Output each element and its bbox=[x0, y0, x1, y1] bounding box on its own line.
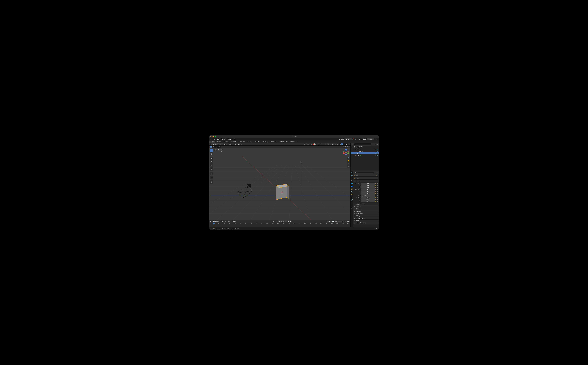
nav-camera-icon[interactable]: 🎥 bbox=[347, 162, 350, 165]
panel-instancing-header[interactable]: ▸Instancing bbox=[353, 210, 379, 212]
mode-selector[interactable]: ▣ Object Mode ▾ bbox=[212, 143, 223, 145]
vp-menu-object[interactable]: Object bbox=[238, 143, 243, 145]
select-intersect-icon[interactable]: ⊡ bbox=[216, 146, 218, 147]
nav-pan-icon[interactable]: ✋ bbox=[347, 160, 350, 162]
prop-tab-viewlayer[interactable]: 🖼 bbox=[350, 180, 353, 182]
prop-tab-render[interactable]: 📺 bbox=[350, 174, 353, 177]
editor-type-icon[interactable]: ⊞▾ bbox=[210, 143, 212, 145]
jump-start-icon[interactable]: ⏮ bbox=[278, 220, 280, 222]
scale-y-input[interactable]: 1.000 bbox=[361, 198, 375, 200]
maximize-window-button[interactable] bbox=[215, 136, 216, 137]
auto-keyframe-icon[interactable]: ● bbox=[272, 220, 274, 223]
tab-scripting[interactable]: Scripting bbox=[289, 141, 296, 143]
scene-browse-icon[interactable]: ☰ bbox=[339, 138, 341, 140]
properties-search-input[interactable] bbox=[356, 172, 374, 173]
playhead-handle[interactable]: 1 bbox=[213, 223, 215, 224]
tab-uv-editing[interactable]: UV Editing bbox=[230, 141, 238, 143]
select-subtract-icon[interactable]: ⊟ bbox=[214, 146, 216, 147]
current-frame-input[interactable] bbox=[327, 221, 332, 222]
scene-name-input[interactable] bbox=[345, 138, 352, 140]
play-reverse-icon[interactable]: ◀ bbox=[283, 220, 285, 222]
disable-render-icon[interactable]: 📷 bbox=[377, 155, 378, 156]
tl-menu-keying[interactable]: Keying ▾ bbox=[220, 221, 226, 222]
animate-icon[interactable]: • bbox=[377, 183, 378, 184]
overlays-options-icon[interactable]: ▾ bbox=[334, 143, 336, 145]
exclude-checkbox-icon[interactable]: ☑ bbox=[374, 148, 375, 150]
tab-modeling[interactable]: Modeling bbox=[215, 141, 222, 143]
prev-keyframe-icon[interactable]: ◂◂ bbox=[280, 220, 283, 222]
shading-solid-icon[interactable]: ● bbox=[341, 143, 343, 145]
pivot-icon[interactable]: ⊙▾ bbox=[310, 143, 313, 145]
play-icon[interactable]: ▶ bbox=[285, 220, 287, 222]
disable-render-icon[interactable]: 📷 bbox=[377, 148, 378, 150]
next-keyframe-icon[interactable]: ▸▸ bbox=[287, 220, 289, 222]
shading-material-icon[interactable]: ◐ bbox=[343, 143, 345, 145]
prop-tab-texture[interactable]: ▨ bbox=[350, 207, 353, 209]
delete-viewlayer-icon[interactable]: ✕ bbox=[376, 138, 378, 140]
properties-type-icon[interactable]: ⚙▾ bbox=[354, 171, 356, 174]
tab-rendering[interactable]: Rendering bbox=[261, 141, 269, 143]
timeline-ruler[interactable]: 1102030405060708090100110120130140150160… bbox=[209, 223, 350, 227]
nav-gizmo[interactable]: Y X Z bbox=[343, 149, 350, 156]
select-extend-icon[interactable]: ⊞ bbox=[212, 146, 214, 147]
vp-menu-view[interactable]: View bbox=[223, 143, 228, 145]
gizmo-toggle-icon[interactable]: ✥ bbox=[327, 143, 329, 145]
visibility-icon[interactable]: 👁▾ bbox=[325, 143, 327, 145]
prop-tab-world[interactable]: 🌍 bbox=[350, 185, 353, 188]
panel-relations-header[interactable]: ▸Relations bbox=[353, 205, 379, 208]
prop-tab-modifiers[interactable]: 🔧 bbox=[350, 190, 353, 193]
panel-collections-header[interactable]: ▸Collections bbox=[353, 208, 379, 210]
tree-row-collection[interactable]: ▾ 🗀 Collection ☑ 👁 📷 bbox=[350, 148, 379, 150]
tab-compositing[interactable]: Compositing bbox=[269, 141, 278, 143]
tree-row-cube[interactable]: ▽ Cube ▽ 👁 📷 bbox=[350, 152, 379, 154]
hide-viewport-icon[interactable]: 👁 bbox=[375, 153, 377, 154]
hide-viewport-icon[interactable]: 👁 bbox=[375, 155, 377, 156]
tl-menu-view[interactable]: View bbox=[227, 221, 231, 222]
snap-mode-icon[interactable]: ▦▾ bbox=[315, 143, 317, 145]
pin-icon[interactable]: 📌 bbox=[376, 175, 378, 176]
tab-geometry-nodes[interactable]: Geometry Nodes bbox=[278, 141, 289, 143]
tab-animation[interactable]: Animation bbox=[253, 141, 261, 143]
prop-tab-output[interactable]: 🖨 bbox=[350, 177, 353, 179]
prop-tab-mesh[interactable]: ▽ bbox=[350, 201, 353, 204]
outliner-new-collection-icon[interactable]: ⊞ bbox=[376, 143, 378, 145]
prop-tab-constraints[interactable]: 🔗 bbox=[350, 198, 353, 201]
tab-texture-paint[interactable]: Texture Paint bbox=[238, 141, 247, 143]
properties-data-crumb[interactable]: ▣ ▾ Cube bbox=[354, 177, 378, 180]
minimize-window-button[interactable] bbox=[212, 136, 214, 137]
tab-layout[interactable]: Layout bbox=[209, 141, 215, 143]
start-frame-input[interactable] bbox=[337, 221, 342, 222]
tool-cursor[interactable] bbox=[210, 152, 213, 155]
tool-rotate[interactable] bbox=[210, 160, 213, 164]
shading-rendered-icon[interactable]: ◉ bbox=[345, 143, 348, 145]
prop-tab-tool[interactable]: 🔧 bbox=[350, 171, 353, 174]
shading-options-icon[interactable]: ▾ bbox=[348, 143, 350, 145]
new-scene-icon[interactable]: ⧉ bbox=[354, 138, 356, 140]
rotation-z-input[interactable]: 0° bbox=[361, 192, 375, 194]
end-frame-input[interactable] bbox=[345, 221, 350, 222]
nav-perspective-icon[interactable]: ▦ bbox=[347, 165, 350, 168]
timeline-editor-type-icon[interactable]: 🕐▾ bbox=[210, 220, 212, 223]
viewlayer-browse-icon[interactable]: ☰ bbox=[358, 138, 360, 140]
prop-tab-physics[interactable]: ⚛ bbox=[350, 196, 353, 198]
close-window-button[interactable] bbox=[210, 136, 211, 137]
tool-move[interactable] bbox=[210, 157, 213, 160]
tab-sculpting[interactable]: Sculpting bbox=[222, 141, 230, 143]
viewport-3d[interactable]: User Perspective (1) Collection | Cube bbox=[209, 148, 350, 220]
panel-transform-header[interactable]: ▾Transform bbox=[353, 180, 379, 182]
tool-add-cube[interactable] bbox=[210, 180, 213, 184]
shading-wireframe-icon[interactable]: ⊡ bbox=[339, 143, 341, 145]
rotation-mode-dropdown[interactable]: XYZ Euler▾ bbox=[361, 195, 375, 196]
nav-zoom-icon[interactable]: 🔍 bbox=[347, 157, 350, 159]
prop-tab-particles[interactable]: ✨ bbox=[350, 193, 353, 196]
rotation-x-input[interactable]: 0° bbox=[361, 189, 375, 190]
menu-edit[interactable]: Edit bbox=[216, 138, 220, 140]
panel-motion-paths-header[interactable]: ▸Motion Paths bbox=[353, 212, 379, 215]
location-y-input[interactable]: 0 m bbox=[361, 184, 375, 186]
panel-viewport-display-header[interactable]: ▸Viewport Display bbox=[353, 217, 379, 219]
tree-row-scene-collection[interactable]: ▾🗀 Scene Collection bbox=[350, 146, 379, 148]
overlays-toggle-icon[interactable]: ◉ bbox=[332, 143, 334, 145]
location-x-input[interactable]: 0 m bbox=[361, 182, 375, 184]
panel-line-art-header[interactable]: ▸Line Art bbox=[353, 219, 379, 222]
tool-select-box[interactable] bbox=[210, 149, 213, 152]
